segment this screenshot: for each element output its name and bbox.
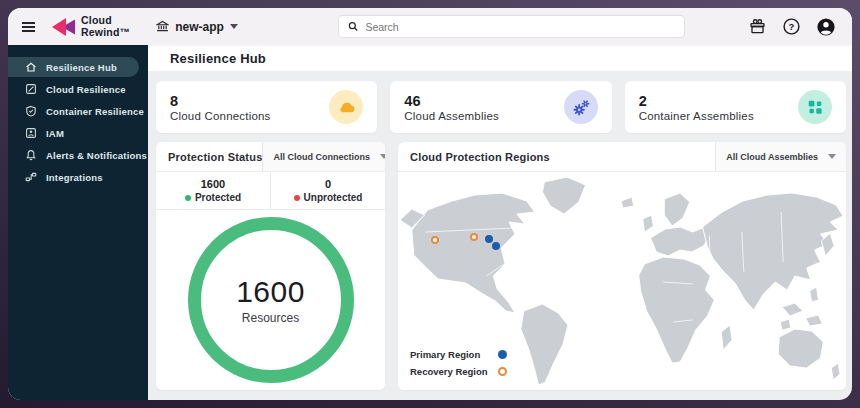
sidebar-item-integrations[interactable]: Integrations (8, 167, 148, 187)
page-header: Resilience Hub (148, 45, 852, 71)
rewind-triangles-icon (50, 16, 76, 38)
resources-donut-chart: 1600 Resources (156, 210, 385, 390)
protection-status-panel: Protection Status All Cloud Connections … (156, 142, 385, 390)
page-title: Resilience Hub (170, 51, 266, 66)
map-marker-primary (485, 235, 493, 243)
connections-filter-dropdown[interactable]: All Cloud Connections (262, 142, 385, 171)
card-label: Container Assemblies (639, 110, 754, 122)
app-window: Cloud Rewind™ new-app (8, 8, 852, 400)
sidebar-item-container-resilience[interactable]: Container Resilience (8, 101, 148, 121)
red-dot-icon (294, 195, 300, 201)
map-marker-recovery (431, 236, 439, 244)
whats-new-gift-icon[interactable] (748, 17, 767, 36)
logo-text: Cloud Rewind™ (81, 15, 130, 37)
hamburger-menu-icon[interactable] (8, 26, 48, 28)
protection-status-title: Protection Status (156, 142, 262, 171)
card-container-assemblies[interactable]: 2 Container Assemblies (625, 81, 846, 133)
legend-recovery-region: Recovery Region (410, 366, 507, 377)
card-cloud-assemblies[interactable]: 46 Cloud Assemblies (390, 81, 611, 133)
legend-primary-region: Primary Region (410, 349, 507, 360)
container-shield-icon (24, 105, 37, 117)
card-value: 2 (639, 92, 754, 110)
top-bar: Cloud Rewind™ new-app (8, 8, 852, 45)
protected-count: 1600 (201, 178, 225, 190)
chevron-down-icon (380, 154, 385, 159)
protected-cell: 1600 Protected (156, 172, 271, 209)
card-label: Cloud Connections (170, 110, 271, 122)
protection-counts: 1600 Protected 0 Unprotected (156, 172, 385, 210)
sidebar-nav: Resilience Hub Cloud Resilience Containe… (8, 45, 148, 400)
recovery-region-circle-icon (498, 367, 507, 376)
sidebar-item-label: Container Resilience (46, 106, 144, 117)
integrations-plug-icon (24, 171, 37, 183)
unprotected-label: Unprotected (294, 192, 363, 203)
filter-value: All Cloud Connections (273, 152, 370, 162)
donut-label: Resources (242, 311, 299, 325)
primary-region-dot-icon (498, 350, 507, 359)
cloud-resilience-icon (24, 83, 37, 95)
stat-cards-row: 8 Cloud Connections 46 Cloud Assemblies (156, 81, 846, 133)
unprotected-count: 0 (325, 178, 331, 190)
filter-value: All Cloud Assemblies (726, 152, 818, 162)
protection-regions-panel: Cloud Protection Regions All Cloud Assem… (398, 142, 846, 390)
card-value: 46 (404, 92, 499, 110)
map-marker-recovery (470, 233, 478, 241)
grid-icon (798, 90, 832, 124)
sidebar-item-resilience-hub[interactable]: Resilience Hub (8, 57, 139, 77)
card-cloud-connections[interactable]: 8 Cloud Connections (156, 81, 377, 133)
sidebar-item-cloud-resilience[interactable]: Cloud Resilience (8, 79, 148, 99)
app-selector-label: new-app (175, 20, 224, 34)
search-box[interactable] (338, 15, 685, 38)
chevron-down-icon (230, 24, 238, 29)
donut-value: 1600 (236, 275, 305, 309)
gears-icon (564, 90, 598, 124)
chevron-down-icon (828, 154, 836, 159)
search-icon (348, 21, 358, 32)
cloud-rewind-logo[interactable]: Cloud Rewind™ (50, 15, 130, 37)
assemblies-filter-dropdown[interactable]: All Cloud Assemblies (715, 142, 846, 171)
world-map: Primary Region Recovery Region (398, 172, 846, 390)
topbar-actions: ? (748, 17, 852, 37)
sidebar-item-label: Integrations (46, 172, 103, 183)
regions-title: Cloud Protection Regions (398, 142, 715, 171)
map-marker-primary (492, 242, 500, 250)
sidebar-item-label: Alerts & Notifications (46, 150, 147, 161)
sidebar-item-label: Resilience Hub (46, 62, 117, 73)
main-area: Resilience Hub 8 Cloud Connections (148, 45, 852, 400)
card-value: 8 (170, 92, 271, 110)
sidebar-item-iam[interactable]: IAM (8, 123, 148, 143)
iam-badge-icon (24, 127, 37, 139)
bell-icon (24, 149, 37, 161)
search-input[interactable] (365, 21, 675, 33)
cloud-icon (329, 90, 363, 124)
protected-label: Protected (185, 192, 241, 203)
app-selector[interactable]: new-app (156, 20, 238, 34)
green-dot-icon (185, 195, 191, 201)
card-label: Cloud Assemblies (404, 110, 499, 122)
unprotected-cell: 0 Unprotected (271, 172, 385, 209)
sidebar-item-label: Cloud Resilience (46, 84, 126, 95)
map-legend: Primary Region Recovery Region (410, 349, 507, 377)
svg-text:?: ? (789, 21, 795, 32)
sidebar-item-alerts-notifications[interactable]: Alerts & Notifications (8, 145, 148, 165)
account-avatar-icon[interactable] (816, 17, 836, 37)
bank-icon (156, 20, 169, 33)
help-icon[interactable]: ? (782, 17, 801, 36)
sidebar-item-label: IAM (46, 128, 64, 139)
home-icon (24, 61, 37, 73)
